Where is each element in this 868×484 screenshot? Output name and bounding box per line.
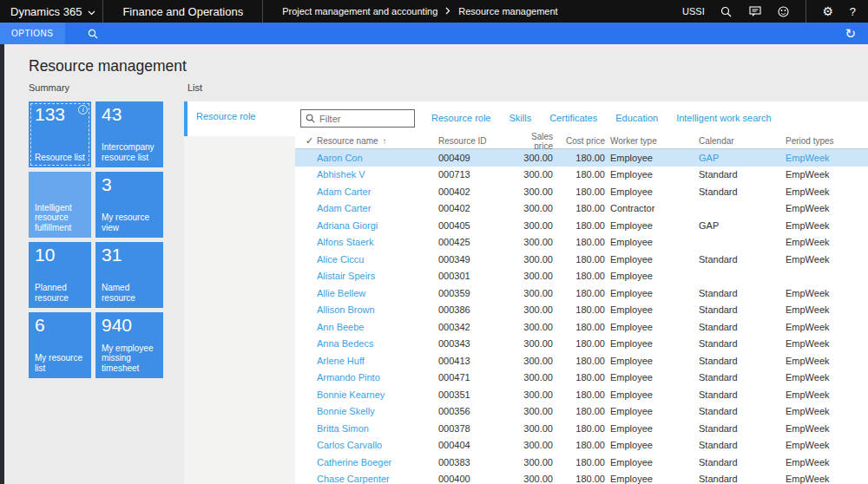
resource-id-cell: 000402 <box>438 186 512 197</box>
period-types-cell: EmpWeek <box>786 304 868 315</box>
resource-name-link[interactable]: Armando Pinto <box>317 372 438 383</box>
resource-name-link[interactable]: Allison Brown <box>317 304 438 315</box>
refresh-icon[interactable]: ↻ <box>845 27 856 40</box>
summary-tile-intelligent-resource-fulfillment[interactable]: Intelligent resource fulfillment <box>29 172 91 238</box>
filter-input[interactable] <box>319 114 410 124</box>
summary-tile-my-resource-view[interactable]: 3My resource view <box>95 172 163 238</box>
resource-name-link[interactable]: Allie Bellew <box>317 288 438 298</box>
worker-type-cell: Employee <box>610 186 697 197</box>
resource-name-link[interactable]: Adriana Giorgi <box>317 220 438 231</box>
cost-price-cell: 180.00 <box>553 169 605 180</box>
breadcrumb-parent[interactable]: Project management and accounting <box>282 6 437 16</box>
sales-price-cell: 300.00 <box>512 457 553 468</box>
table-row[interactable]: Ann Beebe000342300.00180.00EmployeeStand… <box>295 318 868 336</box>
options-tab[interactable]: OPTIONS <box>0 23 65 44</box>
table-row[interactable]: Abhishek V000713300.00180.00EmployeeStan… <box>295 167 868 184</box>
vertical-tab-resource-role[interactable]: Resource role <box>184 101 295 136</box>
dynamics365-menu[interactable]: Dynamics 365 <box>0 5 102 18</box>
help-icon[interactable]: ? <box>850 5 856 18</box>
info-icon[interactable]: i <box>78 105 88 114</box>
summary-tile-named-resource[interactable]: 31Named resource <box>95 242 163 308</box>
list-tab-certificates[interactable]: Certificates <box>549 113 597 123</box>
summary-tile-resource-list[interactable]: 133Resource listi <box>29 101 91 167</box>
summary-tile-my-employee-missing-timesheet[interactable]: 940My employee missing timesheet <box>95 312 163 378</box>
column-header-resource-id[interactable]: Resource ID <box>438 136 512 146</box>
summary-tile-planned-resource[interactable]: 10Planned resource <box>29 242 91 308</box>
period-types-cell: EmpWeek <box>786 338 868 349</box>
resource-id-cell: 000471 <box>438 372 512 383</box>
breadcrumb: Project management and accounting Resour… <box>263 6 558 16</box>
summary-tile-intercompany-resource-list[interactable]: 43Intercompany resource list <box>95 101 163 167</box>
resource-name-link[interactable]: Alistair Speirs <box>317 271 438 281</box>
table-row[interactable]: Adam Carter000402300.00180.00ContractorE… <box>295 200 868 218</box>
resource-name-link[interactable]: Arlene Huff <box>317 356 438 366</box>
smiley-icon[interactable] <box>777 4 791 18</box>
resource-id-cell: 000349 <box>438 254 512 265</box>
list-tab-resource-role[interactable]: Resource role <box>431 113 490 123</box>
sales-price-cell: 300.00 <box>512 186 553 197</box>
resource-name-link[interactable]: Bonnie Skelly <box>317 406 438 416</box>
table-row[interactable]: Carlos Carvallo000404300.00180.00Employe… <box>295 437 868 455</box>
breadcrumb-current[interactable]: Resource management <box>458 6 557 16</box>
resource-name-link[interactable]: Ann Beebe <box>317 322 438 332</box>
table-row[interactable]: Bonnie Kearney000351300.00180.00Employee… <box>295 386 868 403</box>
column-header-period-types[interactable]: Period types <box>786 136 868 146</box>
column-header-sales-price[interactable]: Sales price <box>512 132 553 151</box>
divider <box>806 0 806 23</box>
list-tab-education[interactable]: Education <box>615 113 658 123</box>
table-row[interactable]: Armando Pinto000471300.00180.00EmployeeS… <box>295 370 868 387</box>
table-row[interactable]: Bonnie Skelly000356300.00180.00EmployeeS… <box>295 403 868 421</box>
resource-name-link[interactable]: Catherine Boeger <box>317 457 438 468</box>
vertical-tab-strip: Resource role <box>184 101 295 484</box>
table-row[interactable]: Chase Carpenter000400300.00180.00Employe… <box>295 471 868 484</box>
list-tab-skills[interactable]: Skills <box>509 113 531 123</box>
table-row[interactable]: Adam Carter000402300.00180.00EmployeeSta… <box>295 183 868 200</box>
list-view-tabs: Resource roleSkillsCertificatesEducation… <box>431 113 772 123</box>
summary-tile-my-resource-list[interactable]: 6My resource list <box>29 312 91 378</box>
table-row[interactable]: Aaron Con000409300.00180.00EmployeeGAPEm… <box>295 149 868 167</box>
table-row[interactable]: Alice Ciccu000349300.00180.00EmployeeSta… <box>295 251 868 268</box>
sales-price-cell: 300.00 <box>512 372 553 383</box>
cost-price-cell: 180.00 <box>553 220 605 231</box>
resource-name-link[interactable]: Adam Carter <box>317 186 438 197</box>
column-header-calendar[interactable]: Calendar <box>699 136 784 146</box>
table-row[interactable]: Allie Bellew000359300.00180.00EmployeeSt… <box>295 285 868 302</box>
table-row[interactable]: Adriana Giorgi000405300.00180.00Employee… <box>295 217 868 234</box>
resource-name-link[interactable]: Chase Carpenter <box>317 474 438 484</box>
settings-gear-icon[interactable]: ⚙ <box>821 4 835 18</box>
resource-name-link[interactable]: Alice Ciccu <box>317 254 438 265</box>
column-header-worker-type[interactable]: Worker type <box>610 136 697 146</box>
select-all-check-icon[interactable]: ✓ <box>295 135 317 147</box>
list-tab-intelligent-work-search[interactable]: Intelligent work search <box>676 113 771 123</box>
column-header-cost-price[interactable]: Cost price <box>553 136 605 146</box>
resource-id-cell: 000383 <box>438 457 512 468</box>
company-selector[interactable]: USSI <box>682 6 705 16</box>
table-row[interactable]: Alfons Staerk000425300.00180.00EmployeeE… <box>295 234 868 252</box>
resource-name-link[interactable]: Abhishek V <box>317 169 438 180</box>
resource-name-link[interactable]: Aaron Con <box>317 153 438 163</box>
app-name[interactable]: Finance and Operations <box>103 5 262 18</box>
grid-header-row[interactable]: ✓ Resource name↑ Resource ID Sales price… <box>295 134 868 149</box>
resource-name-link[interactable]: Carlos Carvallo <box>317 440 438 450</box>
table-row[interactable]: Britta Simon000378300.00180.00EmployeeSt… <box>295 420 868 437</box>
resource-id-cell: 000409 <box>438 153 512 163</box>
feedback-icon[interactable] <box>748 4 762 18</box>
search-icon[interactable] <box>720 4 733 18</box>
resource-name-link[interactable]: Alfons Staerk <box>317 237 438 247</box>
table-row[interactable]: Alistair Speirs000301300.00180.00Employe… <box>295 268 868 285</box>
table-row[interactable]: Allison Brown000386300.00180.00EmployeeS… <box>295 302 868 319</box>
cost-price-cell: 180.00 <box>553 406 605 416</box>
actionbar-search-icon[interactable] <box>88 29 98 39</box>
list-panel: Resource role Resource roleSkillsCertifi… <box>184 101 868 484</box>
column-header-resource-name[interactable]: Resource name↑ <box>317 136 438 146</box>
resource-name-link[interactable]: Anna Bedecs <box>317 338 438 349</box>
calendar-cell: Standard <box>699 457 784 468</box>
calendar-cell: Standard <box>699 440 784 450</box>
resource-name-link[interactable]: Britta Simon <box>317 423 438 434</box>
table-row[interactable]: Arlene Huff000413300.00180.00EmployeeSta… <box>295 352 868 370</box>
resource-name-link[interactable]: Bonnie Kearney <box>317 389 438 400</box>
sales-price-cell: 300.00 <box>512 271 553 281</box>
table-row[interactable]: Catherine Boeger000383300.00180.00Employ… <box>295 454 868 471</box>
resource-name-link[interactable]: Adam Carter <box>317 203 438 213</box>
table-row[interactable]: Anna Bedecs000343300.00180.00EmployeeSta… <box>295 336 868 353</box>
